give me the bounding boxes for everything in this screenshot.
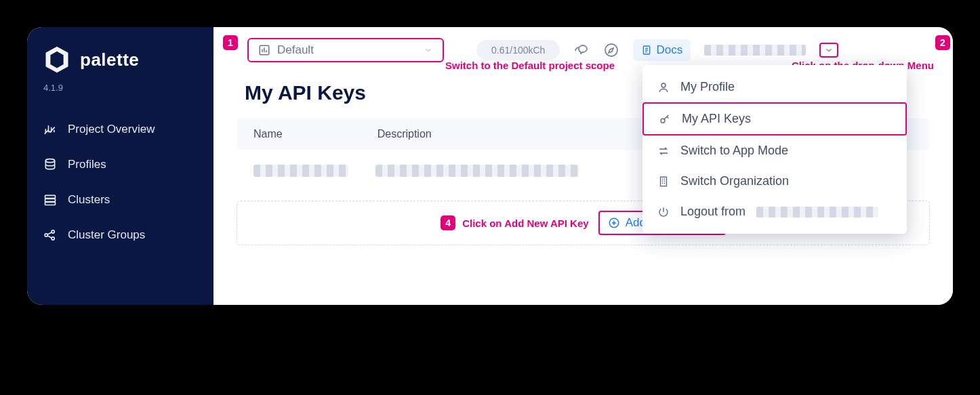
annotation-1: Switch to the Default project scope (445, 60, 615, 71)
credits-counter: 0.61/100kCh (476, 40, 560, 60)
table-column-description: Description (377, 128, 432, 140)
user-name-blurred (704, 45, 806, 56)
sidebar-item-label: Clusters (68, 193, 110, 207)
compass-icon[interactable] (603, 42, 619, 58)
brand-name: palette (80, 49, 139, 70)
annotation-badge-1: 1 (223, 35, 238, 50)
docs-icon (641, 45, 652, 56)
table-column-name: Name (253, 128, 283, 140)
docs-label: Docs (656, 43, 682, 57)
docs-link[interactable]: Docs (633, 39, 691, 61)
svg-point-11 (661, 119, 665, 123)
dropdown-item-switch-organization[interactable]: Switch Organization (642, 166, 907, 196)
svg-point-8 (605, 44, 617, 56)
dropdown-item-my-api-keys[interactable]: My API Keys (642, 102, 907, 136)
svg-rect-3 (45, 202, 56, 205)
bar-chart-icon (258, 44, 270, 56)
overview-icon (43, 123, 57, 136)
dropdown-item-switch-app-mode[interactable]: Switch to App Mode (642, 136, 907, 166)
svg-point-10 (661, 83, 666, 87)
sidebar-item-label: Project Overview (68, 123, 155, 136)
annotation-4: 4 Click on Add New API Key (441, 215, 588, 230)
sidebar-nav: Project Overview Profiles Clusters Clust… (27, 105, 213, 253)
sidebar-item-clusters[interactable]: Clusters (27, 182, 213, 217)
chevron-down-icon (424, 45, 433, 55)
sidebar-item-profiles[interactable]: Profiles (27, 147, 213, 182)
power-icon (657, 206, 670, 218)
sidebar: palette 4.1.9 Project Overview Profiles … (27, 27, 213, 305)
cluster-groups-icon (43, 228, 57, 242)
sidebar-item-label: Cluster Groups (68, 228, 145, 242)
key-icon (659, 113, 671, 125)
clusters-icon (43, 193, 57, 207)
topbar: Default 0.61/100kCh Docs (213, 38, 953, 62)
sidebar-item-project-overview[interactable]: Project Overview (27, 112, 213, 147)
dropdown-item-label: Switch to App Mode (680, 144, 788, 158)
svg-rect-2 (45, 199, 56, 201)
building-icon (657, 175, 670, 188)
svg-rect-12 (661, 177, 667, 186)
dropdown-item-label: My API Keys (682, 112, 751, 126)
sidebar-item-label: Profiles (68, 158, 106, 171)
dropdown-item-my-profile[interactable]: My Profile (642, 72, 907, 102)
project-scope-selector[interactable]: Default (247, 38, 444, 62)
annotation-badge-4: 4 (441, 215, 455, 230)
svg-point-0 (45, 159, 54, 163)
chevron-down-icon (823, 45, 834, 55)
dropdown-item-label: My Profile (680, 80, 735, 94)
brand-logo: palette (27, 41, 213, 81)
palette-logo-icon (42, 45, 72, 75)
cell-name-blurred (253, 165, 348, 177)
dropdown-item-logout[interactable]: Logout from (642, 196, 907, 227)
version-label: 4.1.9 (27, 81, 213, 105)
user-dropdown-menu: My Profile My API Keys Switch to App Mod… (642, 65, 907, 234)
logout-org-blurred (756, 207, 878, 217)
main-content: 1 Default 0.61/100kCh Docs 2 Switch to t… (213, 27, 953, 305)
cell-desc-blurred (375, 165, 579, 177)
dropdown-item-label: Switch Organization (680, 174, 789, 188)
sidebar-item-cluster-groups[interactable]: Cluster Groups (27, 217, 213, 253)
switch-arrows-icon (657, 145, 670, 157)
profiles-icon (43, 158, 57, 171)
plus-circle-icon (608, 217, 620, 229)
chat-icon[interactable] (573, 42, 590, 58)
user-menu-toggle[interactable] (819, 43, 838, 58)
dropdown-item-label: Logout from (680, 205, 746, 219)
scope-value: Default (277, 43, 417, 57)
svg-rect-1 (45, 195, 56, 198)
annotation-badge-2: 2 (935, 35, 950, 50)
user-icon (657, 81, 670, 93)
app-window: palette 4.1.9 Project Overview Profiles … (27, 27, 953, 305)
